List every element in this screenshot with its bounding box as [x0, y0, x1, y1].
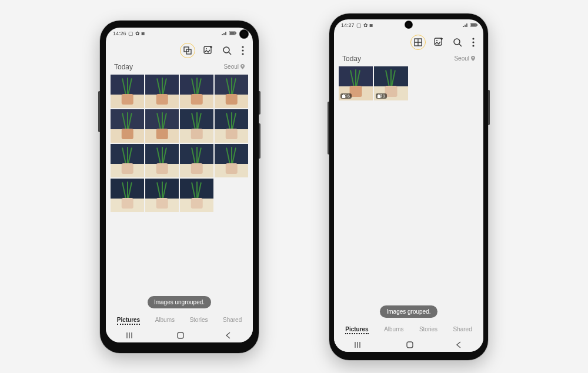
- svg-point-11: [242, 65, 243, 66]
- settings-indicator-icon: ✿: [135, 31, 140, 36]
- photo-thumbnail[interactable]: [180, 144, 213, 177]
- photo-thumbnail[interactable]: [111, 144, 144, 177]
- signal-icon: [463, 23, 469, 28]
- day-label: Today: [114, 63, 133, 71]
- camera-punch-hole: [240, 30, 248, 38]
- bottom-tabs: PicturesAlbumsStoriesShared: [106, 314, 253, 328]
- search-icon[interactable]: [452, 36, 463, 48]
- phone-left: 14:26 ▢ ✿ ◙: [100, 21, 259, 353]
- recents-button[interactable]: [126, 332, 136, 339]
- toolbar: [334, 31, 483, 52]
- status-bar: 14:26 ▢ ✿ ◙: [106, 28, 253, 39]
- tab-albums[interactable]: Albums: [384, 326, 403, 334]
- app-indicator-icon: ◙: [142, 31, 145, 36]
- clock: 14:27: [341, 22, 355, 28]
- svg-rect-1: [230, 32, 235, 35]
- svg-rect-14: [471, 23, 476, 26]
- settings-indicator-icon: ✿: [363, 22, 368, 28]
- create-icon[interactable]: [202, 45, 214, 56]
- section-header: Today Seoul: [334, 52, 483, 66]
- location-pin-icon: [240, 64, 245, 69]
- svg-point-19: [454, 39, 460, 45]
- tab-stories[interactable]: Stories: [189, 317, 208, 325]
- image-indicator-icon: ▢: [128, 31, 133, 36]
- svg-rect-5: [204, 46, 211, 53]
- image-indicator-icon: ▢: [356, 22, 362, 28]
- group-grid-icon[interactable]: [410, 35, 426, 50]
- app-indicator-icon: ◙: [370, 22, 373, 28]
- svg-rect-28: [407, 342, 413, 348]
- svg-point-7: [223, 47, 229, 53]
- camera-punch-hole: [405, 21, 412, 28]
- home-button[interactable]: [406, 341, 414, 349]
- section-header: Today Seoul: [106, 61, 253, 75]
- photo-thumbnail[interactable]: [145, 75, 179, 108]
- photo-thumbnail[interactable]: [145, 109, 179, 143]
- clock: 14:26: [113, 31, 126, 36]
- toolbar: [106, 39, 253, 61]
- svg-rect-15: [476, 24, 477, 26]
- bottom-tabs: PicturesAlbumsStoriesShared: [334, 324, 483, 338]
- photo-thumbnail[interactable]: [215, 109, 248, 143]
- svg-point-20: [472, 38, 474, 39]
- svg-point-8: [242, 46, 243, 48]
- battery-icon: [470, 23, 477, 27]
- svg-rect-12: [178, 332, 183, 338]
- svg-point-9: [242, 49, 243, 51]
- photo-grid: 69: [334, 66, 483, 100]
- photo-thumbnail[interactable]: [111, 179, 144, 212]
- create-icon[interactable]: [433, 36, 445, 48]
- toast: Images grouped.: [380, 305, 437, 318]
- location-pin-icon: [471, 56, 475, 61]
- signal-icon: [222, 31, 228, 36]
- photo-thumbnail[interactable]: [145, 179, 179, 212]
- location-label[interactable]: Seoul: [454, 55, 475, 62]
- home-button[interactable]: [176, 331, 185, 340]
- tab-shared[interactable]: Shared: [223, 317, 242, 325]
- android-nav-bar: [334, 338, 483, 352]
- location-label[interactable]: Seoul: [223, 63, 245, 70]
- photo-thumbnail[interactable]: [180, 109, 213, 143]
- svg-point-10: [242, 53, 243, 55]
- svg-rect-2: [235, 32, 236, 34]
- tab-shared[interactable]: Shared: [453, 326, 472, 334]
- recents-button[interactable]: [355, 341, 364, 348]
- photo-thumbnail[interactable]: [215, 144, 248, 177]
- ungroup-icon[interactable]: [180, 43, 195, 58]
- photo-thumbnail[interactable]: [111, 75, 144, 108]
- status-bar: 14:27 ▢ ✿ ◙: [334, 19, 483, 31]
- search-icon[interactable]: [221, 45, 233, 56]
- svg-rect-17: [435, 38, 442, 45]
- screen: 14:26 ▢ ✿ ◙: [106, 28, 253, 342]
- android-nav-bar: [106, 328, 253, 342]
- day-label: Today: [342, 55, 361, 63]
- photo-thumbnail[interactable]: [145, 144, 179, 177]
- tab-stories[interactable]: Stories: [419, 326, 437, 334]
- screen: 14:27 ▢ ✿ ◙: [334, 19, 483, 352]
- stack-count-badge: 6: [340, 93, 352, 99]
- back-button[interactable]: [225, 332, 232, 339]
- photo-thumbnail[interactable]: [180, 75, 213, 108]
- photo-thumbnail[interactable]: 6: [339, 66, 373, 100]
- photo-grid: [106, 75, 253, 212]
- photo-thumbnail[interactable]: [180, 179, 213, 212]
- photo-thumbnail[interactable]: [215, 75, 248, 108]
- svg-point-6: [206, 48, 207, 49]
- phone-right: 14:27 ▢ ✿ ◙: [329, 14, 488, 360]
- svg-point-22: [472, 45, 474, 46]
- tab-pictures[interactable]: Pictures: [117, 317, 140, 325]
- more-icon[interactable]: [470, 36, 476, 48]
- back-button[interactable]: [456, 341, 463, 348]
- svg-point-21: [472, 41, 474, 43]
- tab-albums[interactable]: Albums: [155, 317, 175, 325]
- more-icon[interactable]: [240, 45, 246, 56]
- battery-icon: [229, 31, 236, 35]
- tab-pictures[interactable]: Pictures: [345, 326, 368, 334]
- stack-count-badge: 9: [376, 93, 387, 99]
- photo-thumbnail[interactable]: [111, 109, 144, 143]
- toast: Images ungrouped.: [148, 296, 211, 308]
- svg-point-18: [436, 40, 437, 41]
- photo-thumbnail[interactable]: 9: [374, 66, 408, 100]
- svg-point-23: [472, 57, 473, 58]
